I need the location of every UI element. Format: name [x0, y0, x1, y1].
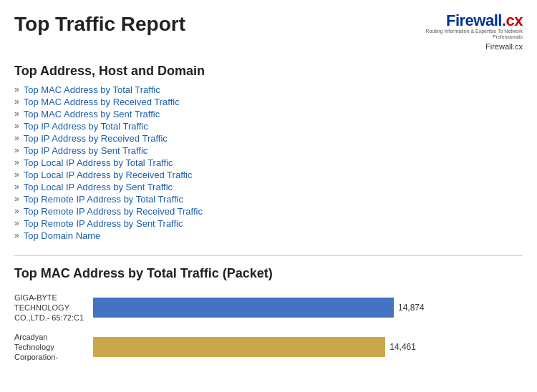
bar-row: Arcadyan Technology Corporation-14,461 [14, 332, 523, 363]
chart-section: Top MAC Address by Total Traffic (Packet… [0, 266, 537, 377]
logo-cx: cx [506, 11, 523, 29]
chart-title: Top MAC Address by Total Traffic (Packet… [14, 266, 523, 281]
page-header: Top Traffic Report Firewall.cx Routing I… [0, 0, 537, 58]
toc-link-7[interactable]: Top Local IP Address by Received Traffic [24, 170, 193, 180]
link-list-item: Top IP Address by Sent Traffic [14, 145, 523, 156]
divider [14, 255, 523, 256]
link-list-item: Top IP Address by Total Traffic [14, 121, 523, 132]
toc-link-4[interactable]: Top IP Address by Received Traffic [24, 133, 168, 144]
toc-section-title: Top Address, Host and Domain [14, 64, 523, 79]
toc-link-0[interactable]: Top MAC Address by Total Traffic [24, 84, 160, 95]
logo-area: Firewall.cx Routing Information & Expert… [408, 13, 523, 51]
link-list-item: Top MAC Address by Received Traffic [14, 97, 523, 107]
logo-main: Firewall. [446, 11, 506, 29]
bar-label: GIGA-BYTE TECHNOLOGY CO.,LTD.- 65:72:C1 [14, 293, 93, 323]
toc-link-5[interactable]: Top IP Address by Sent Traffic [24, 145, 148, 156]
toc-link-6[interactable]: Top Local IP Address by Total Traffic [24, 157, 173, 168]
toc-link-9[interactable]: Top Remote IP Address by Total Traffic [24, 194, 183, 205]
bar-container: 14,874 [93, 298, 523, 318]
toc-link-2[interactable]: Top MAC Address by Sent Traffic [24, 109, 160, 119]
link-list: Top MAC Address by Total TrafficTop MAC … [14, 84, 523, 241]
toc-link-12[interactable]: Top Domain Name [24, 230, 101, 241]
bar-chart: GIGA-BYTE TECHNOLOGY CO.,LTD.- 65:72:C11… [14, 293, 523, 363]
toc-link-10[interactable]: Top Remote IP Address by Received Traffi… [24, 206, 203, 217]
link-list-item: Top Local IP Address by Received Traffic [14, 170, 523, 180]
toc-section: Top Address, Host and Domain Top MAC Add… [0, 58, 537, 245]
link-list-item: Top MAC Address by Total Traffic [14, 84, 523, 95]
toc-link-3[interactable]: Top IP Address by Total Traffic [24, 121, 148, 132]
bar-1 [93, 337, 385, 357]
link-list-item: Top Remote IP Address by Total Traffic [14, 194, 523, 205]
bar-row: GIGA-BYTE TECHNOLOGY CO.,LTD.- 65:72:C11… [14, 293, 523, 323]
page-title: Top Traffic Report [14, 13, 185, 36]
bar-value-1: 14,461 [390, 342, 416, 352]
bar-container: 14,461 [93, 337, 523, 357]
bar-value-0: 14,874 [398, 303, 425, 313]
toc-link-11[interactable]: Top Remote IP Address by Sent Traffic [24, 218, 183, 229]
bar-0 [93, 298, 394, 318]
link-list-item: Top MAC Address by Sent Traffic [14, 109, 523, 119]
logo: Firewall.cx [446, 13, 523, 29]
logo-url: Firewall.cx [485, 42, 523, 51]
link-list-item: Top Remote IP Address by Received Traffi… [14, 206, 523, 217]
logo-tagline: Routing Information & Expertise To Netwo… [408, 29, 523, 41]
toc-link-1[interactable]: Top MAC Address by Received Traffic [24, 97, 180, 107]
bar-label: Arcadyan Technology Corporation- [14, 332, 93, 363]
toc-link-8[interactable]: Top Local IP Address by Sent Traffic [24, 182, 173, 192]
link-list-item: Top Remote IP Address by Sent Traffic [14, 218, 523, 229]
link-list-item: Top IP Address by Received Traffic [14, 133, 523, 144]
link-list-item: Top Local IP Address by Sent Traffic [14, 182, 523, 192]
link-list-item: Top Local IP Address by Total Traffic [14, 157, 523, 168]
link-list-item: Top Domain Name [14, 230, 523, 241]
